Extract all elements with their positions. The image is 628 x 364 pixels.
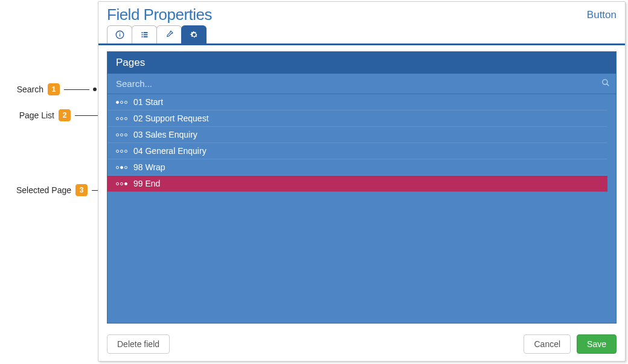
field-properties-dialog: Field Properties Button Pages 01 Start02… xyxy=(98,1,626,362)
page-dots-icon xyxy=(116,166,127,169)
callout-label: Search xyxy=(5,85,43,94)
search-input[interactable] xyxy=(107,74,616,94)
page-list-scroll[interactable]: 01 Start02 Support Request03 Sales Enqui… xyxy=(107,94,607,323)
info-icon xyxy=(115,30,124,39)
page-dots-icon xyxy=(116,101,127,104)
annotation-callout: Search1 xyxy=(5,83,97,96)
svg-rect-7 xyxy=(141,36,143,37)
page-item-label: 04 General Enquiry xyxy=(133,146,207,156)
page-item[interactable]: 04 General Enquiry xyxy=(107,143,607,159)
page-dots-icon xyxy=(116,182,127,185)
page-dots-icon xyxy=(116,150,127,153)
callout-endpoint xyxy=(93,88,97,91)
svg-line-10 xyxy=(607,84,609,86)
svg-rect-2 xyxy=(119,33,120,33)
cancel-button[interactable]: Cancel xyxy=(524,334,571,354)
panel-title: Pages xyxy=(107,52,616,74)
tab-settings[interactable] xyxy=(181,25,207,43)
save-button[interactable]: Save xyxy=(577,334,617,354)
tab-info[interactable] xyxy=(107,25,132,43)
search-icon[interactable] xyxy=(601,78,610,89)
dialog-title: Field Properties xyxy=(107,5,212,24)
page-item-label: 98 Wrap xyxy=(133,162,165,172)
pages-panel: Pages 01 Start02 Support Request03 Sales… xyxy=(107,51,617,324)
dialog-header: Field Properties Button xyxy=(98,2,625,25)
page-item-label: 03 Sales Enquiry xyxy=(133,130,197,139)
page-item-label: 02 Support Request xyxy=(133,113,209,123)
page-list: 01 Start02 Support Request03 Sales Enqui… xyxy=(107,94,616,323)
list-icon xyxy=(140,30,149,39)
page-item-label: 99 End xyxy=(133,179,160,188)
svg-rect-8 xyxy=(143,36,147,37)
callout-label: Page List xyxy=(5,110,54,120)
svg-rect-6 xyxy=(143,34,147,36)
svg-rect-3 xyxy=(141,32,143,33)
svg-rect-1 xyxy=(119,34,120,36)
search-row xyxy=(107,74,616,94)
dialog-footer: Delete field Cancel Save xyxy=(98,330,625,361)
svg-rect-4 xyxy=(143,32,147,33)
page-dots-icon xyxy=(116,117,127,120)
svg-rect-5 xyxy=(141,34,143,36)
callout-badge: 1 xyxy=(47,83,60,96)
page-item[interactable]: 99 End xyxy=(107,176,607,192)
page-item-label: 01 Start xyxy=(133,97,163,107)
callout-line xyxy=(75,115,100,116)
gear-icon xyxy=(190,30,199,39)
page-item[interactable]: 01 Start xyxy=(107,94,607,110)
svg-point-9 xyxy=(603,80,607,85)
callout-line xyxy=(64,89,89,90)
tab-eyedropper[interactable] xyxy=(156,25,182,43)
eyedropper-icon xyxy=(165,30,174,39)
callout-badge: 2 xyxy=(58,109,71,122)
field-type-label: Button xyxy=(587,9,617,21)
tab-bar xyxy=(98,25,625,45)
tab-list[interactable] xyxy=(132,25,157,43)
page-item[interactable]: 03 Sales Enquiry xyxy=(107,127,607,143)
annotation-callout: Page List2 xyxy=(5,109,107,122)
page-item[interactable]: 98 Wrap xyxy=(107,159,607,176)
delete-field-button[interactable]: Delete field xyxy=(107,334,170,354)
callout-label: Selected Page xyxy=(5,185,71,195)
callout-badge: 3 xyxy=(75,184,88,197)
page-item[interactable]: 02 Support Request xyxy=(107,110,607,127)
page-dots-icon xyxy=(116,133,127,136)
